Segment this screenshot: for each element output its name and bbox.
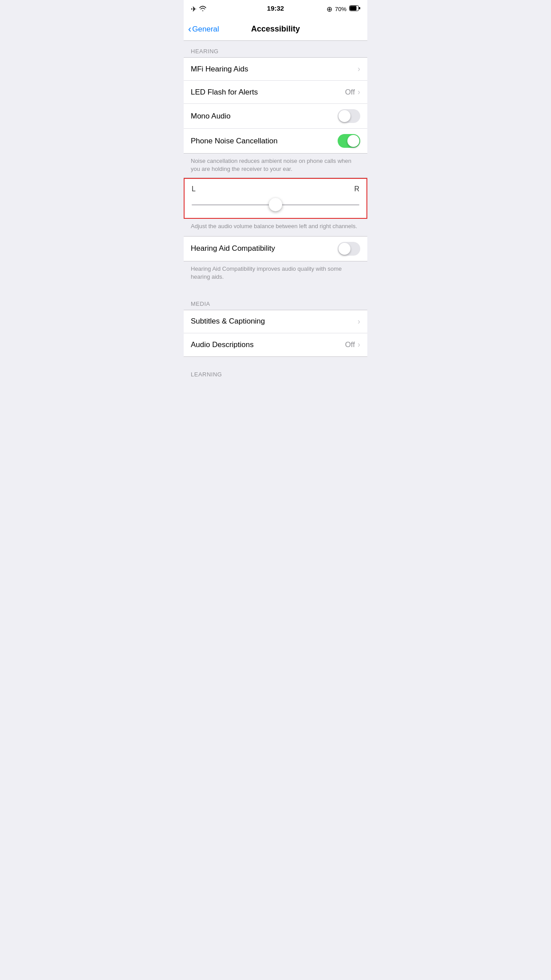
section-header-learning: LEARNING [184,364,367,380]
svg-rect-1 [350,6,357,11]
mfi-hearing-aids-label: MFi Hearing Aids [191,65,248,74]
led-flash-label: LED Flash for Alerts [191,88,258,97]
audio-descriptions-right: Off › [345,340,360,349]
balance-labels: L R [192,185,359,193]
hearing-aid-table-group: Hearing Aid Compatibility [184,236,367,261]
led-flash-value: Off [345,88,355,97]
section-header-media: MEDIA [184,293,367,310]
page-title: Accessibility [251,24,300,34]
back-label: General [192,25,219,34]
back-chevron-icon: ‹ [188,24,191,34]
phone-noise-row: Phone Noise Cancellation [184,129,367,153]
screen-lock-icon: ⊕ [327,5,332,13]
status-bar: ✈ 19:32 ⊕ 70% [184,0,367,18]
mono-audio-row: Mono Audio [184,104,367,129]
hearing-aid-label: Hearing Aid Compatibility [191,244,275,253]
balance-left-label: L [192,185,196,193]
airplane-icon: ✈ [191,5,197,13]
balance-description: Adjust the audio volume balance between … [184,219,367,236]
hearing-aid-row: Hearing Aid Compatibility [184,237,367,261]
wifi-icon [199,5,206,13]
hearing-aid-description: Hearing Aid Compatibility improves audio… [184,261,367,286]
led-flash-right: Off › [345,87,360,97]
phone-noise-label: Phone Noise Cancellation [191,137,278,146]
slider-thumb[interactable] [269,198,282,211]
nav-bar: ‹ General Accessibility [184,18,367,41]
led-flash-row[interactable]: LED Flash for Alerts Off › [184,81,367,104]
hearing-aid-toggle[interactable] [338,242,360,256]
back-button[interactable]: ‹ General [188,24,219,34]
battery-percent: 70% [335,6,346,12]
hearing-table-group: MFi Hearing Aids › LED Flash for Alerts … [184,57,367,154]
chevron-right-icon: › [358,340,360,349]
subtitles-captioning-right: › [358,317,360,326]
subtitles-captioning-label: Subtitles & Captioning [191,317,265,326]
spacer-learning [184,357,367,364]
chevron-right-icon: › [358,64,360,74]
svg-rect-2 [359,7,360,9]
phone-noise-toggle[interactable] [338,134,360,148]
audio-descriptions-row[interactable]: Audio Descriptions Off › [184,333,367,356]
noise-cancellation-description: Noise cancellation reduces ambient noise… [184,154,367,178]
media-table-group: Subtitles & Captioning › Audio Descripti… [184,310,367,357]
mono-audio-toggle[interactable] [338,109,360,123]
audio-descriptions-value: Off [345,340,355,349]
mono-audio-label: Mono Audio [191,112,231,121]
audio-balance-slider-container: L R [184,178,367,219]
status-left-icons: ✈ [191,5,206,13]
audio-descriptions-label: Audio Descriptions [191,340,254,349]
spacer-media [184,286,367,293]
status-time: 19:32 [267,4,284,12]
mfi-hearing-aids-right: › [358,64,360,74]
chevron-right-icon: › [358,87,360,97]
phone-noise-toggle-thumb [347,135,359,147]
subtitles-captioning-row[interactable]: Subtitles & Captioning › [184,310,367,333]
mfi-hearing-aids-row[interactable]: MFi Hearing Aids › [184,58,367,81]
battery-icon [349,5,360,13]
hearing-aid-toggle-thumb [338,243,350,255]
balance-right-label: R [354,185,359,193]
section-header-hearing: HEARING [184,41,367,57]
status-right-icons: ⊕ 70% [327,5,360,13]
slider-track [192,204,359,205]
slider-track-container[interactable] [192,198,359,212]
chevron-right-icon: › [358,317,360,326]
mono-audio-toggle-thumb [338,110,350,122]
